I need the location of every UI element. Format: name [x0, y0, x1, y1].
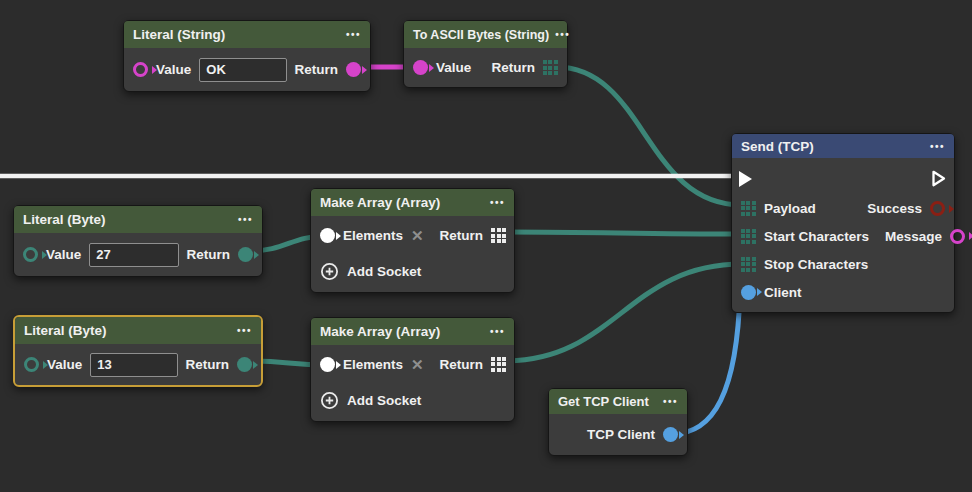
value-field[interactable]: [90, 353, 177, 377]
return-output-socket[interactable]: [346, 62, 361, 77]
value-field[interactable]: [89, 243, 178, 267]
value-label: Value: [47, 357, 82, 372]
return-label: Return: [186, 357, 230, 372]
add-socket-label: Add Socket: [347, 393, 421, 408]
value-input-socket[interactable]: [24, 357, 39, 372]
plus-circle-icon: [320, 391, 339, 410]
node-send-tcp[interactable]: Send (TCP) ••• Payload Success Start Cha…: [731, 133, 955, 313]
value-field[interactable]: [199, 58, 286, 82]
node-title: Make Array (Array): [320, 324, 440, 339]
exec-input-pin[interactable]: [739, 171, 752, 187]
node-header[interactable]: To ASCII Bytes (String) •••: [404, 21, 567, 48]
node-header[interactable]: Make Array (Array) •••: [311, 189, 514, 216]
node-title: Literal (Byte): [24, 323, 107, 338]
node-header[interactable]: Literal (Byte) •••: [14, 206, 262, 233]
wire-ascii-to-payload: [556, 67, 742, 205]
menu-dots-icon[interactable]: •••: [490, 326, 505, 337]
value-label: Value: [436, 60, 471, 75]
node-header[interactable]: Literal (String) •••: [124, 21, 370, 48]
return-label: Return: [295, 62, 339, 77]
node-get-tcp-client[interactable]: Get TCP Client ••• TCP Client: [548, 388, 688, 456]
exec-output-pin[interactable]: [931, 169, 947, 188]
value-input-socket[interactable]: [133, 62, 148, 77]
menu-dots-icon[interactable]: •••: [663, 396, 678, 407]
elements-label: Elements: [343, 228, 403, 243]
menu-dots-icon[interactable]: •••: [238, 214, 253, 225]
payload-label: Payload: [764, 201, 816, 216]
menu-dots-icon[interactable]: •••: [930, 141, 945, 152]
tcp-client-label: TCP Client: [587, 427, 655, 442]
start-characters-input-socket-icon[interactable]: [741, 229, 756, 244]
add-socket-button[interactable]: Add Socket: [311, 262, 514, 281]
return-label: Return: [492, 60, 536, 75]
node-title: Literal (Byte): [23, 212, 106, 227]
tcp-client-output-socket[interactable]: [663, 427, 678, 442]
node-header[interactable]: Literal (Byte) •••: [15, 317, 261, 344]
stop-characters-input-socket-icon[interactable]: [741, 257, 756, 272]
value-input-socket[interactable]: [23, 247, 38, 262]
value-input-socket[interactable]: [413, 60, 428, 75]
node-literal-byte-27[interactable]: Literal (Byte) ••• Value Return: [13, 205, 263, 277]
start-characters-label: Start Characters: [764, 229, 869, 244]
node-literal-byte-13[interactable]: Literal (Byte) ••• Value Return: [13, 315, 263, 387]
success-label: Success: [867, 201, 922, 216]
payload-input-socket-icon[interactable]: [741, 201, 756, 216]
return-label: Return: [440, 357, 484, 372]
node-title: Get TCP Client: [558, 394, 649, 409]
menu-dots-icon[interactable]: •••: [346, 29, 361, 40]
plus-circle-icon: [320, 262, 339, 281]
value-label: Value: [46, 247, 81, 262]
node-literal-string[interactable]: Literal (String) ••• Value Return: [123, 20, 371, 92]
elements-label: Elements: [343, 357, 403, 372]
remove-socket-icon[interactable]: ✕: [411, 356, 424, 374]
node-header[interactable]: Get TCP Client •••: [549, 389, 687, 414]
menu-dots-icon[interactable]: •••: [555, 29, 570, 40]
return-label: Return: [187, 247, 231, 262]
node-title: Literal (String): [133, 27, 225, 42]
node-header[interactable]: Send (TCP) •••: [732, 134, 954, 158]
array-output-socket-icon[interactable]: [491, 357, 506, 372]
elements-input-socket[interactable]: [320, 228, 335, 243]
node-make-array-bottom[interactable]: Make Array (Array) ••• Elements ✕ Return…: [310, 317, 515, 422]
node-title: To ASCII Bytes (String): [413, 28, 549, 42]
success-output-socket[interactable]: [930, 201, 945, 216]
wire-array1-to-startchars: [505, 232, 742, 234]
wire-array2-to-stopchars: [505, 264, 742, 361]
array-output-socket-icon[interactable]: [491, 228, 506, 243]
return-output-socket[interactable]: [238, 247, 253, 262]
stop-characters-label: Stop Characters: [764, 257, 868, 272]
node-title: Send (TCP): [741, 139, 814, 154]
menu-dots-icon[interactable]: •••: [237, 325, 252, 336]
node-make-array-top[interactable]: Make Array (Array) ••• Elements ✕ Return…: [310, 188, 515, 293]
add-socket-button[interactable]: Add Socket: [311, 391, 514, 410]
add-socket-label: Add Socket: [347, 264, 421, 279]
node-to-ascii-bytes[interactable]: To ASCII Bytes (String) ••• Value Return: [403, 20, 568, 88]
menu-dots-icon[interactable]: •••: [490, 197, 505, 208]
client-label: Client: [764, 285, 802, 300]
remove-socket-icon[interactable]: ✕: [411, 227, 424, 245]
client-input-socket[interactable]: [741, 285, 756, 300]
node-title: Make Array (Array): [320, 195, 440, 210]
message-label: Message: [885, 229, 942, 244]
array-output-socket-icon[interactable]: [543, 60, 558, 75]
message-output-socket[interactable]: [950, 229, 965, 244]
return-output-socket[interactable]: [237, 357, 252, 372]
node-header[interactable]: Make Array (Array) •••: [311, 318, 514, 345]
elements-input-socket[interactable]: [320, 357, 335, 372]
return-label: Return: [440, 228, 484, 243]
node-graph-canvas[interactable]: { "colors": { "background": "#2c2c2c", "…: [0, 0, 972, 492]
value-label: Value: [156, 62, 191, 77]
